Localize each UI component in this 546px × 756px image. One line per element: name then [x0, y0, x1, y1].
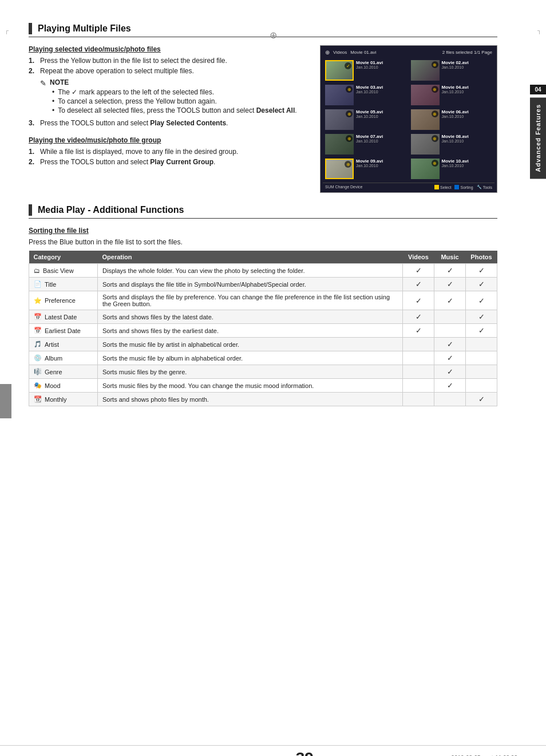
subsection1-title: Playing selected video/music/photo files — [29, 45, 308, 53]
photos-cell-1: ✓ — [466, 278, 497, 291]
cat-cell-4: 📅Earliest Date — [29, 324, 98, 338]
videos-cell-2: ✓ — [403, 291, 434, 310]
section1-title: Playing Multiple Files — [38, 23, 131, 34]
tv-date-4: Jan.10.2010 — [442, 90, 493, 94]
tv-file-grid: ✓ Movie 01.avi Jan.10.2010 ⊕ — [323, 59, 494, 180]
tv-date-2: Jan.10.2010 — [442, 65, 493, 69]
tv-check-4: ⊕ — [432, 86, 438, 93]
music-cell-8: ✓ — [434, 379, 466, 393]
note-bullet-2: • To cancel a selection, press the Yello… — [50, 97, 308, 105]
page-number: 39 — [296, 749, 314, 756]
table-row: 💿AlbumSorts the music file by album in a… — [29, 351, 497, 365]
note-bullet-1: • The ✓ mark appears to the left of the … — [50, 88, 308, 96]
sorting-label: Sorting — [460, 185, 473, 189]
blue-btn — [454, 185, 459, 189]
photos-cell-4: ✓ — [466, 324, 497, 338]
music-cell-4 — [434, 324, 466, 338]
photos-cell-0: ✓ — [466, 264, 497, 278]
tv-footer-right: Select Sorting 🔧 Tools — [434, 185, 492, 189]
tv-file-4: ⊕ Movie 04.avi Jan.10.2010 — [410, 84, 494, 106]
tv-filename-7: Movie 07.avi — [356, 134, 407, 139]
group-step1-text: While a file list is displayed, move to … — [40, 148, 308, 156]
page-number-section: English 39 — [271, 749, 314, 756]
subsection1: Playing selected video/music/photo files… — [29, 45, 308, 127]
tv-videos-icon: ⊕ — [325, 49, 330, 56]
cat-cell-0: 🗂Basic View — [29, 264, 98, 278]
section1-bar — [29, 23, 32, 34]
bullet-icon-1: • — [52, 88, 54, 96]
tv-filename-1: Movie 01.avi — [356, 60, 407, 65]
tv-filename-8: Movie 08.avi — [442, 134, 493, 139]
note-bullet-1-text: The ✓ mark appears to the left of the se… — [58, 88, 214, 96]
op-cell-6: Sorts the music file by album in alphabe… — [98, 351, 403, 365]
subsection2: Playing the video/music/photo file group… — [29, 136, 308, 166]
tv-thumb-10: ⊕ — [411, 159, 440, 179]
sort-title: Sorting the file list — [29, 227, 497, 235]
step1-text: Press the Yellow button in the file list… — [40, 57, 308, 65]
music-cell-0: ✓ — [434, 264, 466, 278]
note-icon: ✎ — [40, 79, 46, 88]
th-operation: Operation — [98, 251, 403, 264]
tv-file-info-4: Movie 04.avi Jan.10.2010 — [442, 85, 493, 94]
tv-date-9: Jan.10.2010 — [356, 164, 407, 168]
tv-filename-6: Movie 06.avi — [442, 109, 493, 114]
bullet-icon-3: • — [52, 106, 54, 114]
table-row: ⭐PreferenceSorts and displays the file b… — [29, 291, 497, 310]
main-content: Playing Multiple Files Playing selected … — [29, 23, 517, 406]
sort-subsection: Sorting the file list Press the Blue but… — [29, 227, 497, 406]
step1-num: 1. — [29, 57, 38, 65]
tv-file-info-3: Movie 03.avi Jan.10.2010 — [356, 85, 407, 94]
op-cell-8: Sorts music files by the mood. You can c… — [98, 379, 403, 393]
btn-select: Select — [434, 185, 451, 189]
tv-footer-left: SUM Change Device — [325, 185, 362, 189]
tv-thumb-6: ⊕ — [411, 109, 440, 130]
tools-label: Tools — [483, 185, 492, 189]
tv-filename-4: Movie 04.avi — [442, 85, 493, 90]
tv-filename-9: Movie 09.avi — [356, 159, 407, 164]
col-left: Playing selected video/music/photo files… — [29, 45, 308, 193]
tv-file-8: ⊕ Movie 08.avi Jan.10.2010 — [410, 133, 494, 156]
tv-date-5: Jan.10.2010 — [356, 114, 407, 118]
tv-file-info-6: Movie 06.avi Jan.10.2010 — [442, 109, 493, 118]
section1-header: Playing Multiple Files — [29, 23, 497, 37]
th-music: Music — [434, 251, 466, 264]
tv-file-info-5: Movie 05.avi Jan.10.2010 — [356, 109, 407, 118]
tv-thumb-5: ⊕ — [325, 109, 354, 130]
tv-check-1: ✓ — [345, 62, 351, 69]
step2: 2. Repeat the above operation to select … — [29, 67, 308, 75]
tv-header: ⊕ Videos Movie 01.avi 2 files selected 1… — [323, 48, 494, 57]
step1: 1. Press the Yellow button in the file l… — [29, 57, 308, 65]
music-cell-6: ✓ — [434, 351, 466, 365]
tv-thumb-9: ⊕ — [325, 159, 354, 179]
op-cell-3: Sorts and shows files by the latest date… — [98, 310, 403, 324]
music-cell-2: ✓ — [434, 291, 466, 310]
tv-date-8: Jan.10.2010 — [442, 139, 493, 143]
tv-file-10: ⊕ Movie 10.avi Jan.10.2010 — [410, 157, 494, 180]
table-row: 🗂Basic ViewDisplays the whole folder. Yo… — [29, 264, 497, 278]
tv-check-5: ⊕ — [346, 110, 353, 117]
tv-file-info-9: Movie 09.avi Jan.10.2010 — [356, 159, 407, 168]
cat-cell-2: ⭐Preference — [29, 291, 98, 310]
op-cell-9: Sorts and shows photo files by month. — [98, 393, 403, 406]
step3: 3. Press the TOOLS button and select Pla… — [29, 119, 308, 127]
videos-cell-1: ✓ — [403, 278, 434, 291]
table-row: 📄TitleSorts and displays the file title … — [29, 278, 497, 291]
videos-cell-0: ✓ — [403, 264, 434, 278]
note-bullet-3: • To deselect all selected files, press … — [50, 106, 308, 114]
op-cell-7: Sorts music files by the genre. — [98, 365, 403, 379]
step3-text: Press the TOOLS button and select Play S… — [40, 119, 308, 127]
cat-cell-7: 🎼Genre — [29, 365, 98, 379]
photos-cell-7 — [466, 365, 497, 379]
tv-file-5: ⊕ Movie 05.avi Jan.10.2010 — [324, 108, 408, 131]
tv-header-left: ⊕ Videos Movie 01.avi — [325, 49, 376, 56]
photos-cell-9: ✓ — [466, 393, 497, 406]
note-bullet-2-text: To cancel a selection, press the Yellow … — [58, 97, 217, 105]
tv-file-info-2: Movie 02.avi Jan.10.2010 — [442, 60, 493, 69]
tv-check-7: ⊕ — [346, 135, 353, 142]
tv-filename-3: Movie 03.avi — [356, 85, 407, 90]
op-cell-2: Sorts and displays the file by preferenc… — [98, 291, 403, 310]
note-title: NOTE — [50, 78, 308, 86]
music-cell-9 — [434, 393, 466, 406]
sort-intro: Press the Blue button in the file list t… — [29, 238, 497, 246]
tv-check-2: ⊕ — [432, 61, 438, 68]
